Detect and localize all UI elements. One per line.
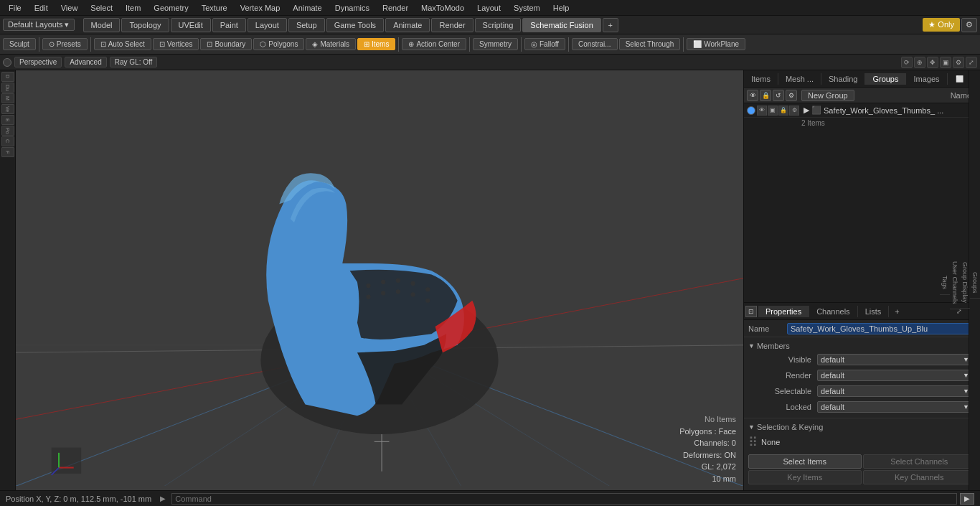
sculpt-button[interactable]: Sculpt (3, 38, 36, 50)
tab-model[interactable]: Model (83, 18, 121, 32)
sel-keying-title[interactable]: ▼ Selection & Keying (748, 421, 976, 433)
tab-uvedit[interactable]: UVEdit (171, 18, 211, 32)
group-eye-icon[interactable]: 👁 (757, 106, 767, 116)
key-items-button[interactable]: Key Items (748, 470, 862, 484)
layout-add-tab[interactable]: + (603, 18, 618, 32)
auto-select-button[interactable]: ⊡ Auto Select (94, 38, 151, 50)
group-expand-icon[interactable]: ▶ (804, 106, 809, 115)
polygons-button[interactable]: ⬡ Polygons (253, 38, 304, 50)
group-item-row[interactable]: ▶ ⬛ Safety_Work_Gloves_Thumbs_ ... (801, 106, 977, 115)
ls-color-button[interactable]: C (1, 136, 14, 146)
ls-mesh-button[interactable]: M (1, 93, 14, 103)
menu-texture[interactable]: Texture (196, 2, 233, 14)
ls-edge-button[interactable]: E (1, 115, 14, 125)
viewport-advanced[interactable]: Advanced (65, 57, 106, 67)
tab-paint[interactable]: Paint (212, 18, 246, 32)
command-run-button[interactable]: ▶ (960, 493, 974, 505)
render-dropdown[interactable]: default ▼ (817, 370, 973, 381)
tab-channels[interactable]: Channels (809, 306, 857, 317)
ls-vertex-button[interactable]: Ve (1, 104, 14, 114)
tab-setup[interactable]: Setup (288, 18, 325, 32)
viewport-zoom-icon[interactable]: ⊕ (914, 57, 925, 68)
rts-tags-tab[interactable]: Tags (940, 271, 950, 294)
presets-button[interactable]: ⊙ Presets (42, 38, 88, 50)
menu-help[interactable]: Help (547, 2, 575, 14)
tab-groups[interactable]: Groups (865, 73, 906, 85)
groups-lock-icon[interactable]: 🔒 (760, 90, 771, 101)
menu-edit[interactable]: Edit (29, 2, 54, 14)
ls-deform-button[interactable]: D (1, 72, 14, 82)
tab-render[interactable]: Render (431, 18, 473, 32)
layout-star-only[interactable]: ★ Only (923, 18, 960, 32)
falloff-button[interactable]: ◎ Falloff (524, 38, 565, 50)
groups-settings-icon[interactable]: ⚙ (786, 90, 797, 101)
viewport-perspective[interactable]: Perspective (14, 57, 62, 67)
action-center-button[interactable]: ⊕ Action Center (402, 38, 466, 50)
groups-refresh-icon[interactable]: ↺ (773, 90, 784, 101)
items-button[interactable]: ⊞ Items (357, 38, 395, 50)
command-input[interactable] (171, 493, 957, 505)
viewport-settings-icon[interactable]: ⚙ (953, 57, 964, 68)
workplane-button[interactable]: ⬜ WorkPlane (687, 38, 745, 50)
boundary-button[interactable]: ⊡ Boundary (200, 38, 252, 50)
tab-mesh[interactable]: Mesh ... (778, 73, 821, 85)
menu-layout[interactable]: Layout (471, 2, 507, 14)
ls-polygon-button[interactable]: Po (1, 126, 14, 136)
menu-view[interactable]: View (55, 2, 84, 14)
menu-animate[interactable]: Animate (287, 2, 327, 14)
ls-dup-button[interactable]: Du (1, 83, 14, 93)
tab-shading[interactable]: Shading (821, 73, 865, 85)
groups-collapse-icon[interactable]: ⬜ (953, 73, 965, 85)
tab-gametools[interactable]: Game Tools (326, 18, 385, 32)
tab-animate[interactable]: Animate (385, 18, 430, 32)
menu-dynamics[interactable]: Dynamics (329, 2, 375, 14)
command-expand-icon[interactable]: ▶ (157, 495, 169, 502)
groups-eye-icon[interactable]: 👁 (747, 90, 758, 101)
vertices-button[interactable]: ⊡ Vertices (153, 38, 199, 50)
viewport-render-icon[interactable]: ▣ (940, 57, 951, 68)
tab-images[interactable]: Images (906, 73, 947, 85)
members-section-title[interactable]: ▼ Members (748, 340, 976, 352)
new-group-button[interactable]: New Group (801, 90, 854, 101)
select-channels-button[interactable]: Select Channels (863, 454, 976, 469)
visible-dropdown[interactable]: default ▼ (817, 354, 973, 365)
tab-items[interactable]: Items (744, 73, 778, 85)
tab-layout[interactable]: Layout (248, 18, 287, 32)
menu-vertexmap[interactable]: Vertex Map (235, 2, 286, 14)
menu-file[interactable]: File (3, 2, 27, 14)
menu-item[interactable]: Item (120, 2, 146, 14)
materials-button[interactable]: ◈ Materials (306, 38, 356, 50)
viewport-mode-dot[interactable] (3, 58, 11, 67)
layout-preset-dropdown[interactable]: Default Layouts ▾ (3, 19, 75, 31)
props-pin-icon[interactable]: ⊡ (745, 306, 757, 317)
constraints-button[interactable]: Constrai... (572, 38, 618, 50)
rts-user-channels-tab[interactable]: User Channels (950, 257, 960, 309)
ls-falloff-button[interactable]: F (1, 147, 14, 157)
menu-maxtomodo[interactable]: MaxToModo (415, 2, 470, 14)
viewport-raygl[interactable]: Ray GL: Off (110, 57, 158, 67)
menu-geometry[interactable]: Geometry (148, 2, 194, 14)
symmetry-button[interactable]: Symmetry (473, 38, 518, 50)
tab-scripting[interactable]: Scripting (475, 18, 522, 32)
group-visibility-dot[interactable] (747, 106, 755, 115)
viewport[interactable]: No Items Polygons : Face Channels: 0 Def… (16, 70, 743, 490)
props-add-tab[interactable]: + (890, 306, 903, 317)
tab-properties[interactable]: Properties (758, 306, 809, 317)
select-items-button[interactable]: Select Items (748, 454, 862, 469)
viewport-pan-icon[interactable]: ✥ (927, 57, 938, 68)
key-channels-button[interactable]: Key Channels (863, 470, 976, 484)
group-render-icon[interactable]: ▣ (768, 106, 778, 116)
menu-render[interactable]: Render (377, 2, 414, 14)
props-name-input[interactable] (787, 323, 976, 334)
locked-dropdown[interactable]: default ▼ (817, 401, 973, 413)
tab-schematic-fusion[interactable]: Schematic Fusion (522, 18, 600, 32)
tab-lists[interactable]: Lists (858, 306, 890, 317)
group-settings-icon[interactable]: ⚙ (789, 106, 799, 116)
layout-gear-icon[interactable]: ⚙ (961, 18, 977, 32)
viewport-expand-icon[interactable]: ⤢ (966, 57, 977, 68)
tab-topology[interactable]: Topology (121, 18, 169, 32)
select-through-button[interactable]: Select Through (619, 38, 681, 50)
rts-groups-tab[interactable]: Groups (970, 268, 980, 299)
menu-select[interactable]: Select (85, 2, 118, 14)
rts-group-display-tab[interactable]: Group Display (960, 258, 970, 308)
